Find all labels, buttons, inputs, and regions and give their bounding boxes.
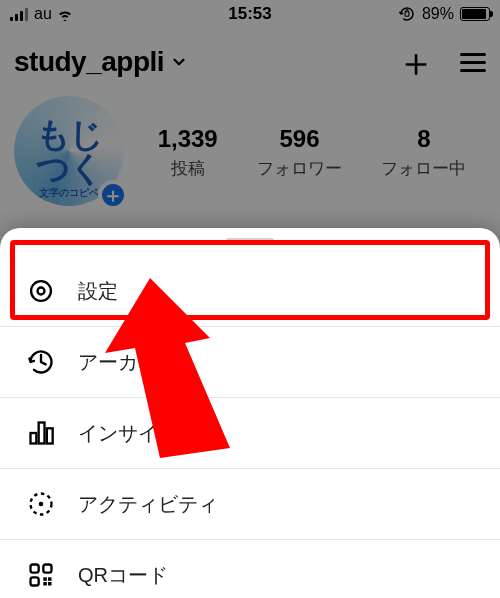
svg-rect-11 bbox=[43, 577, 47, 581]
menu-sheet: 設定 アーカイブ インサイト アクティビティ bbox=[0, 228, 500, 598]
svg-rect-9 bbox=[43, 565, 51, 573]
insights-icon bbox=[26, 418, 56, 448]
menu-item-label: アクティビティ bbox=[78, 491, 218, 518]
qrcode-icon bbox=[26, 560, 56, 590]
svg-rect-4 bbox=[39, 423, 45, 444]
menu-item-settings[interactable]: 設定 bbox=[0, 256, 500, 327]
activity-icon bbox=[26, 489, 56, 519]
svg-rect-8 bbox=[31, 565, 39, 573]
menu-item-qrcode[interactable]: QRコード bbox=[0, 540, 500, 598]
svg-rect-14 bbox=[48, 577, 52, 581]
menu-item-archive[interactable]: アーカイブ bbox=[0, 327, 500, 398]
gear-icon bbox=[26, 276, 56, 306]
menu-item-label: インサイト bbox=[78, 420, 178, 447]
sheet-handle[interactable] bbox=[226, 238, 274, 244]
menu-item-label: アーカイブ bbox=[78, 349, 178, 376]
svg-point-1 bbox=[31, 281, 51, 301]
archive-icon bbox=[26, 347, 56, 377]
svg-rect-13 bbox=[43, 582, 47, 586]
menu-item-activity[interactable]: アクティビティ bbox=[0, 469, 500, 540]
menu-item-label: 設定 bbox=[78, 278, 118, 305]
menu-item-label: QRコード bbox=[78, 562, 168, 589]
svg-point-2 bbox=[38, 288, 45, 295]
svg-rect-3 bbox=[31, 433, 37, 444]
svg-rect-12 bbox=[48, 582, 52, 586]
menu-item-insights[interactable]: インサイト bbox=[0, 398, 500, 469]
svg-rect-5 bbox=[47, 428, 53, 443]
svg-rect-10 bbox=[31, 577, 39, 585]
svg-point-7 bbox=[39, 502, 44, 507]
